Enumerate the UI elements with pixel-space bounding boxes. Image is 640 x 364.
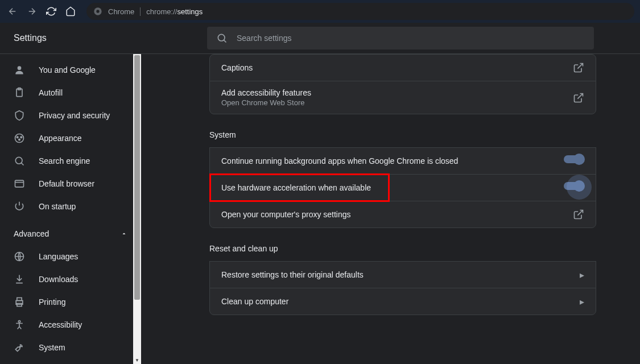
section-title-system: System [209, 130, 596, 139]
power-icon [14, 201, 25, 212]
sidebar-item-label: Search engine [39, 156, 90, 166]
back-button[interactable] [6, 5, 19, 18]
search-input[interactable] [237, 34, 585, 43]
search-icon [216, 32, 228, 44]
settings-header: Settings [0, 23, 640, 54]
shield-icon [14, 110, 25, 121]
sidebar-item-you-and-google[interactable]: You and Google [0, 59, 141, 81]
search-icon [14, 155, 25, 167]
sidebar-item-search-engine[interactable]: Search engine [0, 150, 141, 172]
address-bar[interactable]: Chrome chrome://settings [86, 3, 634, 20]
sidebar-item-languages[interactable]: Languages [0, 245, 141, 268]
row-sublabel: Open Chrome Web Store [221, 98, 564, 107]
wrench-icon [14, 342, 25, 353]
svg-point-1 [96, 10, 99, 13]
sidebar-item-label: Appearance [39, 134, 82, 143]
svg-point-2 [218, 34, 225, 41]
sidebar-item-printing[interactable]: Printing [0, 291, 141, 313]
toggle-hardware-acceleration[interactable] [564, 182, 584, 193]
download-icon [14, 274, 25, 285]
chrome-logo-icon [93, 7, 102, 16]
sidebar-item-autofill[interactable]: Autofill [0, 81, 141, 104]
page-title: Settings [14, 33, 184, 43]
svg-point-8 [20, 136, 22, 138]
sidebar-item-label: Printing [39, 297, 65, 307]
palette-icon [14, 133, 25, 144]
sidebar-item-label: You and Google [39, 65, 96, 75]
sidebar-item-label: On startup [39, 202, 76, 211]
section-title-reset: Reset and clean up [209, 244, 596, 253]
row-label: Add accessibility features [221, 88, 564, 97]
svg-point-10 [15, 157, 22, 164]
svg-point-6 [15, 134, 24, 143]
sidebar-item-label: Autofill [39, 88, 63, 97]
chevron-right-icon: ▸ [580, 270, 584, 280]
svg-rect-11 [15, 180, 24, 187]
browser-icon [14, 178, 25, 189]
sidebar-section-label: Advanced [14, 229, 49, 238]
globe-icon [14, 251, 25, 262]
external-link-icon [573, 92, 584, 104]
reload-button[interactable] [44, 5, 58, 18]
person-icon [14, 64, 25, 76]
row-clean-up-computer[interactable]: Clean up computer ▸ [209, 288, 596, 315]
sidebar-item-system[interactable]: System [0, 336, 141, 359]
scroll-down-arrow-icon[interactable]: ▼ [133, 356, 141, 364]
sidebar-item-label: System [39, 343, 65, 352]
scrollbar-thumb[interactable] [134, 55, 140, 300]
row-hardware-acceleration[interactable]: Use hardware acceleration when available [209, 174, 596, 201]
sidebar-item-appearance[interactable]: Appearance [0, 127, 141, 150]
svg-point-3 [18, 66, 22, 70]
sidebar-item-label: Languages [39, 252, 78, 261]
svg-point-7 [16, 136, 18, 138]
sidebar-item-label: Privacy and security [39, 111, 110, 120]
clipboard-icon [14, 87, 25, 98]
row-label: Captions [221, 63, 564, 72]
sidebar-item-accessibility[interactable]: Accessibility [0, 313, 141, 336]
browser-toolbar: Chrome chrome://settings [0, 0, 640, 23]
sidebar-item-label: Accessibility [39, 320, 82, 329]
row-label: Continue running background apps when Go… [221, 156, 555, 166]
forward-button[interactable] [25, 5, 39, 18]
row-background-apps[interactable]: Continue running background apps when Go… [209, 147, 596, 175]
row-captions[interactable]: Captions [209, 54, 596, 81]
printer-icon [14, 296, 25, 308]
row-proxy-settings[interactable]: Open your computer's proxy settings [209, 201, 596, 228]
external-link-icon [573, 62, 584, 73]
sidebar: You and Google Autofill Privacy and secu… [0, 54, 141, 364]
home-button[interactable] [64, 5, 77, 18]
url-text: chrome://settings [146, 6, 203, 16]
svg-point-9 [19, 139, 20, 140]
row-label: Restore settings to their original defau… [221, 270, 571, 279]
external-link-icon [573, 209, 584, 220]
search-box[interactable] [207, 27, 594, 49]
chrome-label: Chrome [108, 7, 141, 16]
chevron-up-icon [121, 230, 127, 237]
sidebar-scrollbar[interactable]: ▲ ▼ [133, 54, 141, 364]
sidebar-item-downloads[interactable]: Downloads [0, 268, 141, 291]
row-label: Use hardware acceleration when available [221, 183, 555, 192]
row-restore-defaults[interactable]: Restore settings to their original defau… [209, 261, 596, 288]
row-add-accessibility[interactable]: Add accessibility features Open Chrome W… [209, 81, 596, 114]
sidebar-item-label: Default browser [39, 179, 94, 188]
sidebar-item-on-startup[interactable]: On startup [0, 195, 141, 218]
sidebar-advanced-toggle[interactable]: Advanced [0, 222, 141, 245]
row-label: Clean up computer [221, 297, 571, 306]
row-label: Open your computer's proxy settings [221, 210, 564, 219]
svg-point-16 [18, 321, 20, 322]
settings-content: Captions Add accessibility features Open… [141, 54, 640, 364]
sidebar-item-label: Downloads [39, 275, 78, 284]
svg-rect-14 [17, 298, 22, 301]
accessibility-icon [14, 319, 25, 330]
chevron-right-icon: ▸ [580, 296, 584, 307]
toggle-background-apps[interactable] [564, 155, 584, 167]
sidebar-item-privacy-security[interactable]: Privacy and security [0, 104, 141, 127]
sidebar-item-default-browser[interactable]: Default browser [0, 172, 141, 195]
